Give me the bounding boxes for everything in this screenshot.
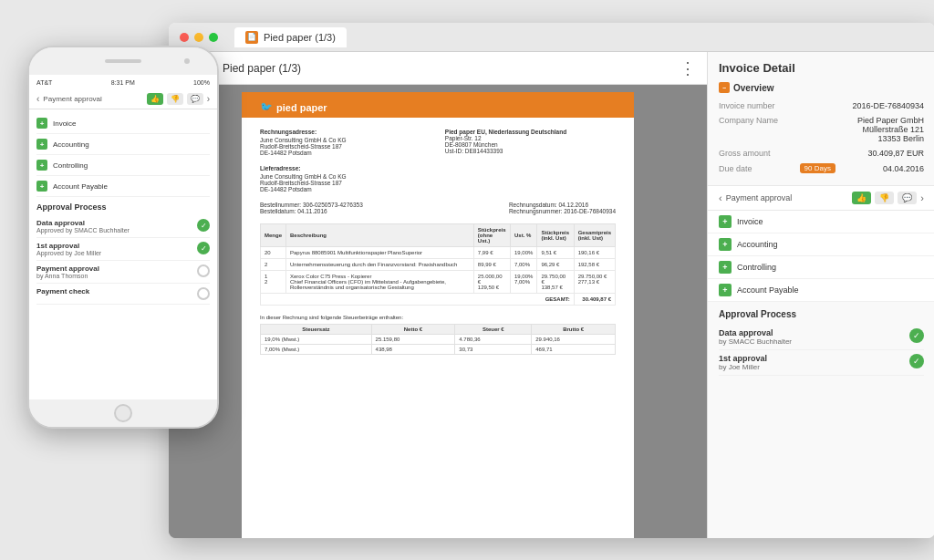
invoice-meta-right: Rechnungsdatum: 04.12.2016 Rechnungsnumm…: [509, 202, 616, 214]
panel-approval-data-info: Data approval by SMACC Buchhalter: [719, 328, 904, 346]
row1-desc: Papyrus 88085901 Multifunktionspapier Pl…: [286, 247, 474, 259]
phone-approval-1st-sub: Approved by Joe Miller: [36, 250, 192, 256]
phone-approval-payment-info: Payment approval by Anna Thomson: [36, 264, 192, 279]
tax-steuer-19: 4.780,36: [455, 335, 532, 345]
billing-address-block: Rechnungsadresse: June Consulting GmbH &…: [260, 129, 431, 156]
minimize-button[interactable]: [194, 33, 203, 42]
tax-col-brutto: Brutto €: [532, 325, 616, 335]
invoice-number-label: Invoice number: [719, 101, 775, 110]
gross-amount-value: 30.409,87 EUR: [867, 149, 924, 158]
shipping-address: June Consulting GmbH & Co KG Rudolf-Brei…: [260, 173, 431, 192]
row1-menge: 20: [261, 247, 286, 259]
row2-preis: 89,99 €: [473, 259, 510, 271]
panel-approval-1st-check: ✓: [909, 354, 924, 368]
phone-approval-1st-check: ✓: [197, 242, 210, 254]
panel-section-accounting[interactable]: + Accounting: [708, 233, 934, 256]
tax-rate-7: 7,00% (Mwst.): [261, 345, 372, 355]
phone-section-invoice[interactable]: + Invoice: [36, 113, 210, 134]
time-label: 8:31 PM: [111, 79, 135, 86]
invoice-logo: 🐦 pied paper: [260, 101, 616, 113]
controlling-expand-icon: +: [36, 160, 47, 171]
row1-gesamt: 190,16 €: [574, 247, 615, 259]
row2-menge: 2: [261, 259, 286, 271]
row3-preis: 25.000,00 €129,50 €: [473, 271, 510, 294]
tax-col-steuer: Steuer €: [455, 325, 532, 335]
row2-gesamt: 192,58 €: [574, 259, 615, 271]
col-beschreibung: Beschreibung: [286, 224, 474, 247]
row2-desc: Unternehmenssteuerung durch den Finanzvo…: [286, 259, 474, 271]
invoice-number-value: 2016-DE-76840934: [852, 101, 924, 110]
tax-netto-7: 438,98: [371, 345, 455, 355]
row3-menge: 12: [261, 271, 286, 294]
panel-nav-forward[interactable]: ›: [920, 192, 924, 203]
panel-thumbdown-btn[interactable]: 👎: [875, 192, 894, 204]
panel-section-invoice[interactable]: + Invoice: [708, 211, 934, 233]
tab-folder-icon: 📄: [245, 31, 258, 44]
total-value: 30.409,87 €: [574, 294, 615, 306]
shipping-address-title: Lieferadresse:: [260, 165, 431, 171]
panel-overview-label: − Overview: [719, 82, 924, 93]
phone-approval-data-name: Data approval: [36, 219, 192, 227]
tax-col-rate: Steuersatz: [261, 325, 372, 335]
close-button[interactable]: [180, 33, 189, 42]
panel-approval-data-name: Data approval: [719, 328, 904, 337]
phone-camera: [184, 58, 190, 64]
phone-approval-1st-name: 1st approval: [36, 242, 192, 250]
logo-bird-icon: 🐦: [260, 101, 273, 113]
panel-approval-data-sub: by SMACC Buchhalter: [719, 337, 904, 346]
order-date: Bestelldatum: 04.11.2016: [260, 208, 363, 214]
phone-bottom: [29, 399, 217, 427]
phone-approval-payment-pending: [197, 264, 210, 277]
panel-section-payable[interactable]: + Account Payable: [708, 279, 934, 302]
accounting-expand-icon: +: [36, 139, 47, 150]
col-preis-brutto: Stückpreis(inkl. Ust): [537, 224, 574, 247]
tax-rate-19: 19,0% (Mwst.): [261, 335, 372, 345]
phone-nav-forward[interactable]: ›: [207, 94, 210, 104]
phone-approval-payment-sub: by Anna Thomson: [36, 273, 192, 279]
panel-invoice-label: Invoice: [737, 217, 763, 226]
panel-approval-1st-sub: by Joe Miller: [719, 363, 904, 371]
row1-brutto: 9,51 €: [537, 247, 574, 259]
detail-row-due: Due date 90 Days 04.04.2016: [719, 161, 924, 176]
phone-section-invoice-label: Invoice: [53, 119, 76, 128]
panel-approval-1st-name: 1st approval: [719, 354, 904, 363]
detail-row-gross: Gross amount 30.409,87 EUR: [719, 146, 924, 161]
overview-collapse-icon[interactable]: −: [719, 82, 730, 93]
phone-section-controlling[interactable]: + Controlling: [36, 155, 210, 176]
company-name-label: Company Name: [719, 116, 778, 143]
tax-brutto-7: 469,71: [532, 345, 616, 355]
phone-thumbdown-btn[interactable]: 👎: [167, 93, 183, 105]
panel-accounting-label: Accounting: [737, 240, 778, 249]
maximize-button[interactable]: [209, 33, 218, 42]
invoice-meta-left: Bestellnummer: 306-0250573-4276353 Beste…: [260, 202, 363, 214]
phone-speaker: [105, 59, 141, 63]
panel-nav-back[interactable]: ‹: [719, 192, 722, 203]
phone-approval-data-sub: Approved by SMACC Buchhalter: [36, 227, 192, 233]
total-row: GESAMT: 30.409,87 €: [261, 294, 616, 306]
battery-label: 100%: [193, 79, 210, 86]
panel-comment-btn[interactable]: 💬: [898, 192, 917, 204]
supplier-address-block: Pied paper EU, Niederlassung Deutschland…: [445, 129, 616, 156]
detail-row-company: Company Name Pied Paper GmbHMüllerstraße…: [719, 113, 924, 146]
phone-top: [29, 47, 217, 75]
panel-thumbup-btn[interactable]: 👍: [852, 192, 871, 204]
phone-thumbup-btn[interactable]: 👍: [147, 93, 163, 105]
phone-section-payable[interactable]: + Account Payable: [36, 176, 210, 197]
total-label: GESAMT:: [261, 294, 575, 306]
doc-scroll[interactable]: 🐦 pied paper Rechnungsadresse: June Cons…: [169, 85, 707, 538]
phone-home-button[interactable]: [114, 404, 132, 422]
shipping-block: Lieferadresse: June Consulting GmbH & Co…: [260, 165, 616, 192]
browser-tab[interactable]: 📄 Pied paper (1/3): [234, 27, 347, 47]
phone-section-accounting[interactable]: + Accounting: [36, 134, 210, 155]
phone-approval-data-info: Data approval Approved by SMACC Buchhalt…: [36, 219, 192, 233]
tax-row: 19,0% (Mwst.) 25.159,80 4.780,36 29.940,…: [261, 335, 616, 345]
phone-comment-btn[interactable]: 💬: [187, 93, 203, 105]
overview-label-text: Overview: [733, 83, 773, 93]
panel-section-controlling[interactable]: + Controlling: [708, 256, 934, 279]
row3-brutto: 29.750,00 €138,57 €: [537, 271, 574, 294]
panel-payable-expand-icon: +: [719, 284, 732, 296]
tax-row: 7,00% (Mwst.) 438,98 30,73 469,71: [261, 345, 616, 355]
phone-nav-back[interactable]: ‹: [36, 94, 39, 104]
phone-approval-bar: ‹ Payment approval 👍 👎 💬 ›: [29, 89, 217, 109]
more-options-button[interactable]: ⋮: [680, 58, 696, 78]
